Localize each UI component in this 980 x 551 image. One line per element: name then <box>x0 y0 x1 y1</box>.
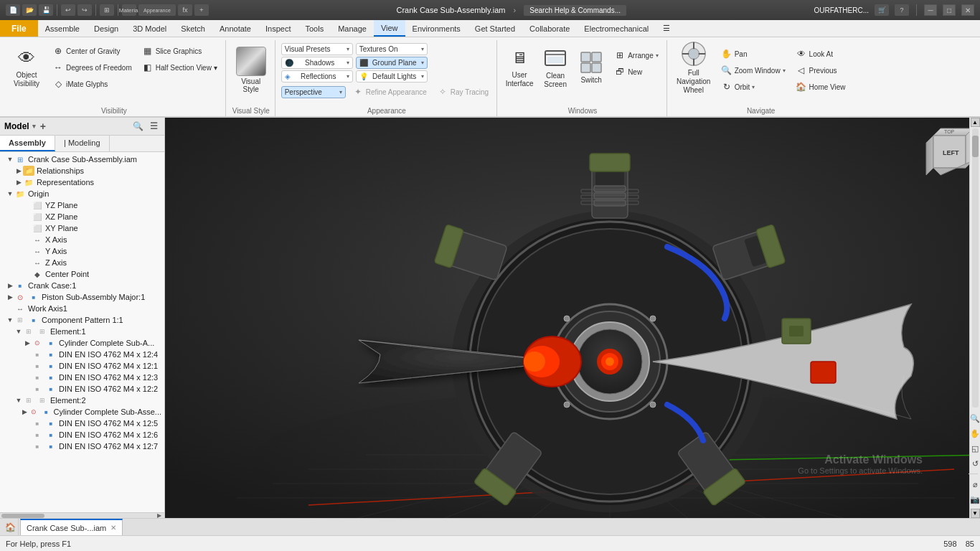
material-icon[interactable]: Material <box>122 4 136 16</box>
cp-expander[interactable]: ▼ <box>6 316 14 324</box>
save-icon[interactable]: 💾 <box>39 4 53 16</box>
tree-item-cylinder-1[interactable]: ▶ ⊙ ■ Cylinder Complete Sub-A... <box>0 337 164 349</box>
tree-item-root[interactable]: ▼ ⊞ Crank Case Sub-Assembly.iam <box>0 154 164 165</box>
root-expander[interactable]: ▼ <box>6 156 14 163</box>
assembly-tab[interactable]: Crank Case Sub-...iam ✕ <box>20 519 123 535</box>
select-icon[interactable]: ⊞ <box>100 4 114 16</box>
ground-plane-dropdown[interactable]: ⬛ Ground Plane ▾ <box>356 57 428 69</box>
piston-expander[interactable]: ▶ <box>6 293 14 301</box>
shadows-dropdown[interactable]: 🌑 Shadows ▾ <box>281 57 353 69</box>
tree-item-din5[interactable]: ■ ■ DIN EN ISO 4762 M4 x 12:5 <box>0 418 164 429</box>
scroll-track[interactable] <box>972 128 979 408</box>
textures-dropdown[interactable]: Textures On ▾ <box>356 43 428 55</box>
scroll-up-button[interactable]: ▲ <box>971 118 980 127</box>
degrees-freedom-button[interactable]: ↔ Degrees of Freedom <box>49 60 136 75</box>
select-tool-button[interactable]: ◱ <box>969 442 980 455</box>
tree-item-xy-plane[interactable]: ⬜ XY Plane <box>0 222 164 234</box>
tree-item-din7[interactable]: ■ ■ DIN EN ISO 4762 M4 x 12:7 <box>0 441 164 452</box>
perspective-dropdown[interactable]: Perspective ▾ <box>281 86 346 98</box>
tree-h-scrollbar[interactable]: ▶ <box>0 512 164 518</box>
tree-item-din3[interactable]: ■ ■ DIN EN ISO 4762 M4 x 12:3 <box>0 372 164 383</box>
equation-icon[interactable]: fx <box>178 4 192 16</box>
clean-screen-button[interactable]: CleanScreen <box>539 43 572 92</box>
tree-item-x-axis[interactable]: ↔ X Axis <box>0 234 164 245</box>
imate-glyphs-button[interactable]: ◇ iMate Glyphs <box>49 76 136 92</box>
zoom-window-button[interactable]: 🔍 Zoom Window ▾ <box>717 62 789 78</box>
reflections-dropdown[interactable]: ◈ Reflections ▾ <box>281 70 353 83</box>
close-button[interactable]: ✕ <box>961 4 974 16</box>
hand-tool-button[interactable]: ✋ <box>969 427 980 440</box>
menu-sketch[interactable]: Sketch <box>174 20 212 37</box>
file-menu[interactable]: File <box>0 20 38 37</box>
cyl2-expander[interactable]: ▶ <box>21 408 29 415</box>
origin-expander[interactable]: ▼ <box>6 190 14 197</box>
tree-item-element1[interactable]: ▼ ⊞ ⊞ Element:1 <box>0 326 164 337</box>
tree-h-scroll-thumb[interactable] <box>1 514 44 518</box>
tree-scroll-right[interactable]: ▶ <box>156 512 163 518</box>
center-gravity-button[interactable]: ⊕ Center of Gravity <box>49 43 136 59</box>
home-tab-button[interactable]: 🏠 <box>3 519 19 535</box>
rotate-tool-button[interactable]: ↺ <box>969 457 980 470</box>
viewport[interactable]: Z Y X Activate Windows Go to Settings to… <box>165 118 980 518</box>
tree-item-element2[interactable]: ▼ ⊞ ⊞ Element:2 <box>0 395 164 406</box>
menu-tools[interactable]: Tools <box>298 20 331 37</box>
cart-icon[interactable]: 🛒 <box>875 4 889 16</box>
tree-item-origin[interactable]: ▼ 📁 Origin <box>0 188 164 199</box>
new-window-button[interactable]: 🗗 New <box>611 64 662 80</box>
menu-design[interactable]: Design <box>87 20 126 37</box>
el2-expander[interactable]: ▼ <box>14 397 23 404</box>
menu-collaborate[interactable]: Collaborate <box>522 20 577 37</box>
menu-extra[interactable]: ☰ <box>656 20 677 37</box>
half-section-button[interactable]: ◧ Half Section View ▾ <box>138 60 221 75</box>
new-icon[interactable]: 📄 <box>6 4 20 16</box>
search-bar[interactable]: Search Help & Commands... <box>524 5 626 16</box>
tree-item-cylinder-2[interactable]: ▶ ⊙ ■ Cylinder Complete Sub-Asse... <box>0 406 164 418</box>
tree-item-din1[interactable]: ■ ■ DIN EN ISO 4762 M4 x 12:4 <box>0 349 164 360</box>
home-view-button[interactable]: 🏠 Home View <box>792 79 849 95</box>
menu-environments[interactable]: Environments <box>405 20 468 37</box>
viewport-scrollbar[interactable]: ▲ 🔍 ✋ ◱ ↺ ⌀ 📷 ▼ <box>969 118 980 518</box>
redo-icon[interactable]: ↪ <box>77 4 92 16</box>
tree-item-yz-plane[interactable]: ▶ ⬜ YZ Plane <box>0 199 164 211</box>
panel-dropdown-icon[interactable]: ▾ <box>32 123 36 130</box>
pan-button[interactable]: ✋ Pan <box>717 46 789 62</box>
tree-item-comp-pattern[interactable]: ▼ ⊞ ■ Component Pattern 1:1 <box>0 314 164 326</box>
full-navigation-wheel-button[interactable]: Full NavigationWheel <box>673 43 715 92</box>
orbit-button[interactable]: ↻ Orbit ▾ <box>717 79 789 95</box>
plus-icon[interactable]: + <box>194 4 209 16</box>
visual-presets-dropdown[interactable]: Visual Presets ▾ <box>281 43 353 55</box>
menu-inspect[interactable]: Inspect <box>258 20 298 37</box>
tree-item-crank-case[interactable]: ▶ ■ Crank Case:1 <box>0 280 164 291</box>
zoom-in-button[interactable]: 🔍 <box>969 412 980 425</box>
tree-item-relationships[interactable]: ▶ 📁 Relationships <box>0 165 164 176</box>
tree-item-center-point[interactable]: ◆ Center Point <box>0 268 164 280</box>
tree-item-representations[interactable]: ▶ 📁 Representations <box>0 176 164 188</box>
open-icon[interactable]: 📂 <box>22 4 37 16</box>
switch-button[interactable]: Switch <box>575 43 608 92</box>
menu-electromechanical[interactable]: Electromechanical <box>577 20 656 37</box>
help-icon[interactable]: ? <box>895 4 909 16</box>
add-tab-icon[interactable]: + <box>40 121 46 132</box>
el1-expander[interactable]: ▼ <box>14 328 23 335</box>
panel-search-button[interactable]: 🔍 <box>131 120 144 133</box>
camera-button[interactable]: 📷 <box>969 493 980 506</box>
cc-expander[interactable]: ▶ <box>6 282 14 289</box>
visual-style-button[interactable]: Visual Style <box>232 43 270 97</box>
menu-view[interactable]: View <box>374 20 405 37</box>
repr-expander[interactable]: ▶ <box>14 179 23 186</box>
panel-menu-button[interactable]: ☰ <box>147 120 160 133</box>
menu-get-started[interactable]: Get Started <box>468 20 522 37</box>
look-at-button[interactable]: 👁 Look At <box>792 46 849 62</box>
menu-annotate[interactable]: Annotate <box>212 20 258 37</box>
object-visibility-button[interactable]: 👁 ObjectVisibility <box>7 43 46 92</box>
arrange-button[interactable]: ⊞ Arrange ▾ <box>611 47 662 63</box>
minimize-button[interactable]: ─ <box>924 4 937 16</box>
measure-tool-button[interactable]: ⌀ <box>969 478 980 491</box>
cyl1-expander[interactable]: ▶ <box>23 339 32 347</box>
maximize-button[interactable]: □ <box>943 4 956 16</box>
scroll-thumb[interactable] <box>972 136 979 157</box>
previous-button[interactable]: ◁ Previous <box>792 62 849 78</box>
tree-item-work-axis[interactable]: ↔ Work Axis1 <box>0 303 164 314</box>
default-lights-dropdown[interactable]: 💡 Default Lights ▾ <box>356 70 428 83</box>
scroll-down-button[interactable]: ▼ <box>971 509 980 518</box>
